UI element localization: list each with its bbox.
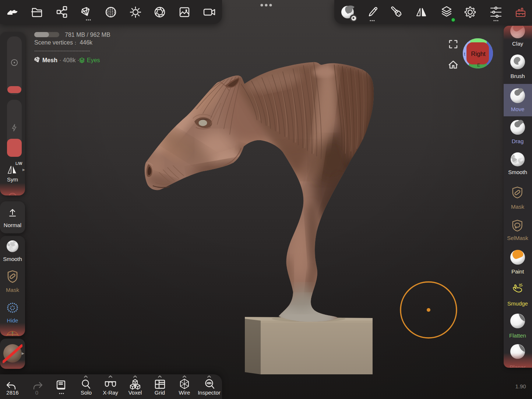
svg-text:Right: Right (471, 50, 486, 57)
svg-text:E: E (477, 63, 480, 68)
